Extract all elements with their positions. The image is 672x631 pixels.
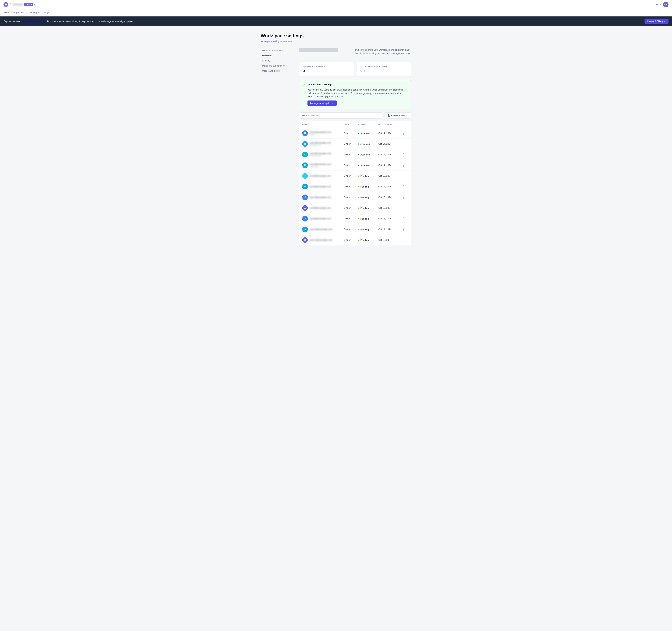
status-label-4: Pending [360, 175, 369, 177]
member-role-7: Owner [341, 203, 355, 213]
more-options-button-7[interactable]: ⋮ [401, 205, 406, 211]
member-cell-5: M user6@example.com [299, 181, 341, 192]
user-avatar[interactable]: AB [663, 2, 669, 7]
alert-body: You're currently using 12 out of 20 addi… [303, 88, 408, 98]
col-date-added: DATE ADDED [376, 121, 398, 128]
member-info-9: user10@example.com [310, 228, 332, 231]
member-actions-0: ⋮ [398, 128, 411, 139]
sidebar-item-plans-subscription[interactable]: Plans and subscription [261, 63, 292, 68]
breadcrumb: Workspace settings / Members [261, 40, 411, 43]
status-label-9: Pending [360, 228, 369, 231]
sidebar-item-usage-billing[interactable]: Usage and billing [261, 68, 292, 73]
app-logo[interactable] [3, 2, 8, 7]
member-actions-1: ⋮ [398, 139, 411, 149]
more-options-button-6[interactable]: ⋮ [401, 195, 406, 200]
banner-link[interactable]: Usage & Billing Overview! [21, 20, 47, 23]
member-status-0: Accepted [355, 128, 376, 139]
sidebar: Workspace overview Members API keys Plan… [261, 48, 292, 246]
usage-billing-button[interactable]: Usage & Billing → [645, 19, 669, 24]
member-role-8: Owner [341, 213, 355, 224]
manage-subscription-button[interactable]: Manage subscription ↗ [308, 100, 337, 106]
status-label-5: Pending [360, 185, 369, 188]
table-row: U user1@example.com label1 Owner Accepte… [299, 128, 411, 139]
member-avatar-6: J [302, 194, 308, 200]
status-label-1: Accepted [360, 143, 370, 145]
member-actions-8: ⋮ [398, 213, 411, 224]
more-options-button-10[interactable]: ⋮ [401, 237, 406, 243]
sidebar-item-workspace-overview[interactable]: Workspace overview [261, 48, 292, 53]
section-title-blurred [299, 48, 338, 52]
alert-title: Your Team is Growing! [307, 83, 332, 86]
table-row: J user9@example.com Owner Pending Oct 15… [299, 213, 411, 224]
table-row: D user11@example.com Owner Pending Oct 1… [299, 235, 411, 245]
status-label-6: Pending [360, 196, 369, 199]
workspace-selector[interactable]: •••••••••••• Growth ▾ [12, 3, 36, 6]
more-options-button-5[interactable]: ⋮ [401, 184, 406, 189]
sidebar-item-api-keys[interactable]: API keys [261, 58, 292, 63]
member-role-0: Owner [341, 128, 355, 139]
status-label-8: Pending [360, 217, 369, 220]
member-cell-7: A user8@example.com [299, 203, 341, 213]
member-sub-2: Luke Hanson [310, 155, 331, 157]
status-dot-4 [358, 176, 359, 177]
more-options-button-8[interactable]: ⋮ [401, 216, 406, 221]
member-role-10: Owner [341, 235, 355, 245]
tab-workspace-projects[interactable]: Workspace projects [3, 9, 25, 16]
member-email-4: user5@example.com [310, 174, 331, 177]
member-email-9: user10@example.com [310, 228, 332, 231]
more-options-button-9[interactable]: ⋮ [401, 227, 406, 232]
members-table: NAME ROLE STATUS DATE ADDED U user1@exam… [299, 121, 411, 246]
stats-row: Project members 3 Total seats included 2… [299, 62, 411, 77]
help-link[interactable]: Help [656, 3, 661, 6]
sidebar-item-members[interactable]: Members [261, 53, 292, 58]
nav-right: Help AB [656, 2, 669, 7]
person-icon: 👤 [387, 114, 390, 117]
stat-card-project-members: Project members 3 [299, 62, 354, 77]
workspace-name-label: •••••••••••• [13, 3, 23, 6]
svg-point-1 [5, 4, 7, 5]
alert-header: ⚠ Your Team is Growing! [303, 83, 408, 87]
member-date-3: Oct 14, 2024 [376, 160, 398, 170]
member-info-5: user6@example.com [310, 185, 331, 188]
invite-button-label: Invite member(s) [391, 114, 408, 117]
more-options-button-3[interactable]: ⋮ [401, 163, 406, 168]
table-row: J user7@example.com Owner Pending Oct 15… [299, 192, 411, 203]
col-actions [398, 121, 411, 128]
member-cell-2: L user3@example.com Luke Hanson [299, 149, 341, 160]
main-content: Invite members to your workspace and eff… [299, 48, 411, 246]
member-status-4: Pending [355, 170, 376, 181]
member-status-8: Pending [355, 213, 376, 224]
member-avatar-8: J [302, 216, 308, 221]
more-options-button-1[interactable]: ⋮ [401, 141, 406, 146]
member-role-5: Owner [341, 181, 355, 192]
member-date-0: Oct 14, 2024 [376, 128, 398, 139]
member-email-7: user8@example.com [310, 207, 331, 209]
more-options-button-2[interactable]: ⋮ [401, 152, 406, 157]
member-cell-0: U user1@example.com label1 [299, 128, 341, 139]
more-options-button-4[interactable]: ⋮ [401, 173, 406, 179]
invite-members-button[interactable]: 👤 Invite member(s) [384, 112, 411, 119]
member-email-8: user9@example.com [310, 217, 331, 220]
member-avatar-10: D [302, 237, 308, 243]
table-header-row: NAME ROLE STATUS DATE ADDED [299, 121, 411, 128]
member-status-1: Accepted [355, 139, 376, 149]
stat-value-total-seats: 20 [360, 69, 408, 73]
breadcrumb-root-link[interactable]: Workspace settings [261, 40, 281, 43]
table-row: R user4@example.com Rosaberg Owner Accep… [299, 160, 411, 170]
table-row: M user6@example.com Owner Pending Oct 14… [299, 181, 411, 192]
member-role-9: Owner [341, 224, 355, 235]
member-date-7: Oct 15, 2024 [376, 203, 398, 213]
more-options-button-0[interactable]: ⋮ [401, 131, 406, 136]
member-avatar-3: R [302, 162, 308, 168]
plan-badge: Growth [24, 3, 33, 6]
member-actions-2: ⋮ [398, 149, 411, 160]
stat-label-total-seats: Total seats included [360, 65, 408, 68]
member-info-8: user9@example.com [310, 217, 331, 220]
filter-input[interactable] [299, 112, 382, 119]
tab-workspace-settings[interactable]: Workspace settings [29, 9, 50, 16]
member-cell-4: T user5@example.com [299, 170, 341, 181]
page-title: Workspace settings [261, 33, 411, 39]
status-label-7: Pending [360, 207, 369, 209]
member-role-4: Owner [341, 170, 355, 181]
member-info-7: user8@example.com [310, 207, 331, 209]
